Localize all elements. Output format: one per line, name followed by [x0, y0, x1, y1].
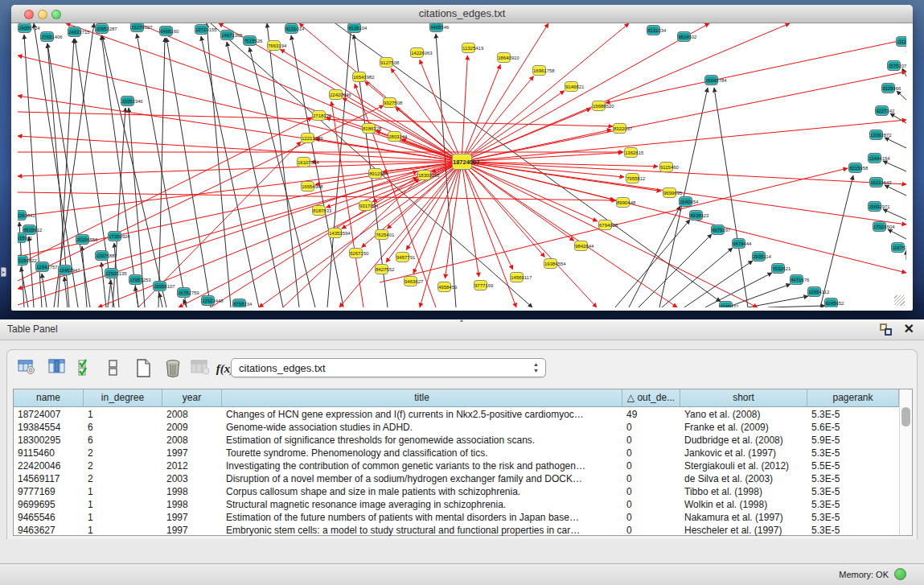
collapsed-panel-handle[interactable]: ▸: [1, 267, 6, 277]
network-node[interactable]: 12505135: [105, 268, 118, 278]
network-node[interactable]: 12923448: [201, 295, 215, 306]
network-node[interactable]: 20206556: [76, 234, 89, 245]
table-row[interactable]: 977716911998Corpus callosum shape and si…: [14, 485, 899, 498]
column-header-title[interactable]: title: [222, 389, 622, 407]
network-node[interactable]: 9327508: [383, 97, 396, 108]
network-node[interactable]: 2718126: [312, 110, 326, 121]
network-node[interactable]: 1167533: [891, 242, 905, 253]
network-node[interactable]: 8427552: [375, 264, 388, 274]
network-node[interactable]: 24055724: [18, 23, 31, 33]
network-node[interactable]: 15692971: [868, 201, 881, 212]
network-node[interactable]: 14353594: [328, 228, 342, 238]
network-node[interactable]: 9824502: [677, 31, 691, 42]
network-node[interactable]: 10719155: [195, 24, 208, 35]
close-panel-icon[interactable]: ✕: [904, 321, 914, 337]
network-node[interactable]: 19958107: [153, 281, 166, 291]
delete-table-icon[interactable]: [162, 356, 184, 381]
network-node[interactable]: 15688520: [592, 101, 606, 111]
network-node[interactable]: 17016504: [873, 221, 886, 232]
column-header-short[interactable]: short: [680, 389, 807, 407]
network-node[interactable]: 8136104: [347, 23, 361, 33]
network-node[interactable]: 16654948: [301, 181, 314, 192]
network-node[interactable]: 1640954: [679, 196, 692, 207]
network-node[interactable]: 6466160: [159, 26, 173, 36]
network-node[interactable]: 12213399: [301, 133, 314, 143]
table-row[interactable]: 1830029562008Estimation of significance …: [14, 434, 899, 447]
table-row[interactable]: 2242004622012Investigating the contribut…: [14, 459, 899, 472]
network-node[interactable]: 7663194: [267, 40, 281, 51]
column-header-year[interactable]: year: [162, 389, 222, 407]
network-node[interactable]: 13451947: [58, 265, 72, 275]
table-row[interactable]: 1872400712008Changes of HCN gene express…: [14, 408, 899, 421]
network-node[interactable]: 17359924: [108, 231, 121, 241]
network-node[interactable]: 9842844: [574, 241, 588, 251]
network-node[interactable]: 4958459: [437, 282, 451, 292]
network-node[interactable]: 16210643: [869, 177, 883, 187]
network-node[interactable]: 6679197: [711, 225, 725, 235]
network-node[interactable]: 14226063: [410, 47, 424, 58]
table-row[interactable]: 1456911722003Disruption of a novel membe…: [14, 472, 899, 485]
network-node[interactable]: 9146821: [565, 81, 578, 92]
scrollbar-thumb[interactable]: [901, 407, 910, 426]
network-node[interactable]: 14569117: [510, 272, 524, 282]
network-node[interactable]: 9329966: [881, 83, 895, 93]
network-node[interactable]: 12942757: [35, 262, 49, 272]
network-node[interactable]: 9465546: [429, 23, 443, 32]
network-node[interactable]: 20053346: [121, 96, 134, 106]
network-node[interactable]: 17957253: [129, 274, 142, 285]
network-node[interactable]: 9227342: [875, 105, 889, 116]
network-node[interactable]: 16107554: [297, 157, 310, 167]
network-node[interactable]: 9777169: [474, 280, 487, 290]
network-node[interactable]: 11325419: [462, 43, 475, 53]
network-node[interactable]: 9245032: [719, 301, 733, 307]
column-header-pagerank[interactable]: pagerank: [807, 389, 899, 407]
column-header-in_degree[interactable]: in_degree: [84, 389, 162, 407]
network-node[interactable]: 8215958: [848, 163, 862, 173]
network-node[interactable]: 22420046: [329, 89, 343, 100]
network-node[interactable]: 2803144: [388, 131, 401, 142]
network-node[interactable]: 10653287: [95, 23, 109, 34]
import-table-icon[interactable]: [189, 356, 211, 381]
network-node[interactable]: 19384554: [544, 258, 557, 269]
network-node[interactable]: 1112383: [896, 36, 906, 47]
network-node[interactable]: 12093872: [869, 130, 883, 140]
network-node[interactable]: 15751074: [887, 60, 901, 71]
network-node[interactable]: 6794028: [598, 220, 612, 230]
table-vertical-scrollbar[interactable]: [899, 389, 912, 535]
network-node[interactable]: 3915901: [18, 233, 27, 243]
network-node[interactable]: 15276027: [130, 23, 144, 32]
network-node[interactable]: 7955812: [626, 173, 639, 183]
network-node[interactable]: 7515526: [243, 35, 257, 46]
network-node[interactable]: 9115460: [659, 162, 673, 172]
network-node[interactable]: 1362615: [624, 147, 638, 158]
network-node[interactable]: 8186328: [362, 123, 376, 134]
panel-divider-grip[interactable]: ▲: [456, 319, 467, 323]
network-hub-node[interactable]: 18724007: [452, 154, 472, 170]
network-node[interactable]: 12260841: [18, 210, 27, 220]
network-node[interactable]: 16961758: [532, 65, 546, 76]
network-node[interactable]: 9317004: [359, 200, 372, 211]
network-node[interactable]: 5267150: [349, 248, 363, 258]
new-table-icon[interactable]: [133, 356, 155, 381]
network-node[interactable]: 8131014: [285, 23, 298, 34]
network-node[interactable]: 8187833: [312, 205, 326, 216]
network-node[interactable]: 2935114: [752, 251, 766, 262]
column-header-out_de[interactable]: △ out_de...: [622, 389, 680, 407]
network-node[interactable]: 16782759: [177, 287, 191, 298]
network-node[interactable]: 7632621: [771, 263, 785, 274]
float-panel-icon[interactable]: [880, 323, 892, 336]
memory-status-icon[interactable]: [894, 568, 906, 580]
network-node[interactable]: 8131034: [647, 25, 660, 35]
network-node[interactable]: 10654112: [807, 286, 821, 297]
row-height-icon[interactable]: [102, 356, 125, 381]
network-node[interactable]: 9699695: [663, 187, 676, 198]
network-node[interactable]: 16543982: [352, 72, 366, 82]
network-node[interactable]: 8322037: [613, 123, 626, 134]
table-row[interactable]: 911546021997Tourette syndrome. Phenomeno…: [14, 447, 899, 459]
network-node[interactable]: 9463627: [404, 276, 417, 286]
network-node[interactable]: 8912954: [368, 168, 382, 179]
selection-mode-icon[interactable]: [75, 356, 97, 381]
network-node[interactable]: 8938923: [689, 210, 703, 220]
table-row[interactable]: 969969511998Structural magnetic resonanc…: [14, 498, 899, 511]
network-node[interactable]: 9127508: [380, 57, 393, 68]
